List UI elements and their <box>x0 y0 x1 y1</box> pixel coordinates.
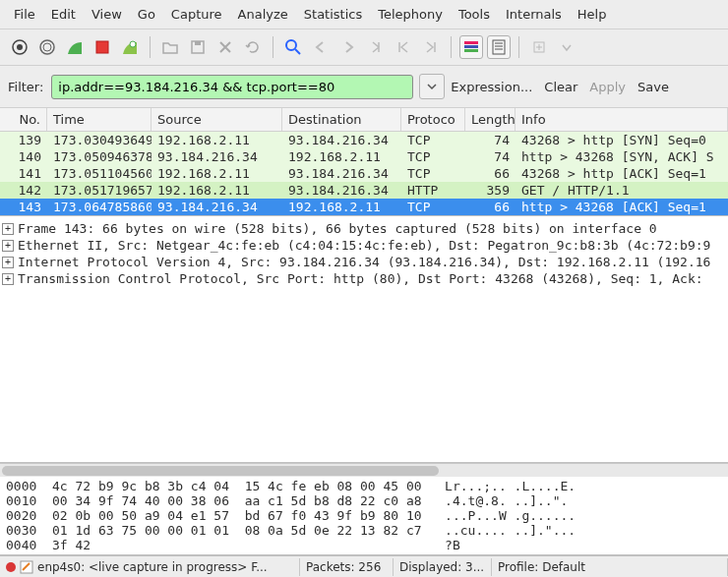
details-scrollbar[interactable] <box>0 463 728 477</box>
cell-proto: TCP <box>401 148 465 165</box>
cell-info: 43268 > http [ACK] Seq=1 <box>516 165 728 182</box>
tree-item[interactable]: +Internet Protocol Version 4, Src: 93.18… <box>2 254 726 270</box>
cell-no: 143 <box>0 199 47 215</box>
cell-no: 141 <box>0 165 47 182</box>
cell-proto: TCP <box>401 132 465 148</box>
save-icon[interactable] <box>186 35 210 59</box>
tree-item[interactable]: +Transmission Control Protocol, Src Port… <box>2 270 726 287</box>
col-header-destination[interactable]: Destination <box>282 108 401 131</box>
status-profile[interactable]: Profile: Default <box>492 558 728 576</box>
expand-icon[interactable]: + <box>2 257 14 268</box>
col-header-length[interactable]: Length <box>465 108 516 131</box>
col-header-no[interactable]: No. <box>0 108 47 131</box>
packet-row[interactable]: 143173.06478586093.184.216.34192.168.2.1… <box>0 199 728 215</box>
menu-telephony[interactable]: Telephony <box>370 3 451 26</box>
zoom-in-icon[interactable] <box>527 35 551 59</box>
restart-capture-icon[interactable] <box>118 35 142 59</box>
menu-help[interactable]: Help <box>570 3 615 26</box>
capture-indicator-icon <box>6 562 16 572</box>
go-first-icon[interactable] <box>392 35 415 59</box>
cell-proto: TCP <box>401 165 465 182</box>
status-interface: enp4s0: <live capture in progress> F... <box>0 558 300 576</box>
filter-input[interactable] <box>51 75 413 99</box>
svg-rect-10 <box>464 41 478 44</box>
cell-info: GET / HTTP/1.1 <box>516 182 728 199</box>
tree-item-text: Ethernet II, Src: Netgear_4c:fe:eb (c4:0… <box>18 238 710 253</box>
col-header-time[interactable]: Time <box>47 108 152 131</box>
filter-expression-link[interactable]: Expression... <box>451 80 532 94</box>
cell-src: 192.168.2.11 <box>152 182 282 199</box>
svg-point-8 <box>286 40 296 50</box>
reload-icon[interactable] <box>241 35 265 59</box>
close-icon[interactable] <box>213 35 237 59</box>
filter-bar: Filter: Expression... Clear Apply Save <box>0 66 728 108</box>
expand-icon[interactable]: + <box>2 273 14 285</box>
menu-tools[interactable]: Tools <box>451 3 498 26</box>
packet-list: No. Time Source Destination Protoco Leng… <box>0 108 728 216</box>
svg-line-9 <box>295 49 300 54</box>
statusbar: enp4s0: <live capture in progress> F... … <box>0 555 728 577</box>
cell-dst: 93.184.216.34 <box>282 132 401 148</box>
stop-capture-icon[interactable] <box>91 35 114 59</box>
tree-item[interactable]: +Frame 143: 66 bytes on wire (528 bits),… <box>2 220 726 237</box>
cell-src: 192.168.2.11 <box>152 132 282 148</box>
status-interface-text: enp4s0: <live capture in progress> F... <box>37 560 268 574</box>
packet-row[interactable]: 140173.05094637893.184.216.34192.168.2.1… <box>0 148 728 165</box>
packet-row[interactable]: 139173.030493649192.168.2.1193.184.216.3… <box>0 132 728 148</box>
cell-len: 66 <box>465 199 516 215</box>
menu-analyze[interactable]: Analyze <box>230 3 296 26</box>
menu-capture[interactable]: Capture <box>163 3 230 26</box>
col-header-protocol[interactable]: Protoco <box>401 108 465 131</box>
svg-rect-12 <box>464 49 478 52</box>
menu-file[interactable]: File <box>6 3 43 26</box>
menu-edit[interactable]: Edit <box>43 3 84 26</box>
cell-proto: TCP <box>401 199 465 215</box>
col-header-info[interactable]: Info <box>516 108 728 131</box>
cell-len: 74 <box>465 148 516 165</box>
find-icon[interactable] <box>281 35 305 59</box>
menu-internals[interactable]: Internals <box>498 3 570 26</box>
cell-len: 359 <box>465 182 516 199</box>
go-last-icon[interactable] <box>419 35 443 59</box>
menu-go[interactable]: Go <box>130 3 163 26</box>
cell-len: 74 <box>465 132 516 148</box>
auto-scroll-icon[interactable] <box>487 35 511 59</box>
tree-item[interactable]: +Ethernet II, Src: Netgear_4c:fe:eb (c4:… <box>2 237 726 254</box>
start-capture-icon[interactable] <box>63 35 87 59</box>
filter-clear-link[interactable]: Clear <box>544 80 577 94</box>
interfaces-icon[interactable] <box>8 35 31 59</box>
packet-row[interactable]: 141173.051104560192.168.2.1193.184.216.3… <box>0 165 728 182</box>
cell-time: 173.064785860 <box>47 199 152 215</box>
cell-no: 142 <box>0 182 47 199</box>
svg-rect-13 <box>493 40 505 54</box>
go-forward-icon[interactable] <box>336 35 360 59</box>
filter-dropdown[interactable] <box>419 74 445 99</box>
svg-rect-7 <box>195 41 201 45</box>
tree-item-text: Transmission Control Protocol, Src Port:… <box>18 271 703 286</box>
cell-no: 140 <box>0 148 47 165</box>
hex-pane[interactable]: 0000 4c 72 b9 9c b8 3b c4 04 15 4c fe eb… <box>0 477 728 555</box>
options-icon[interactable] <box>35 35 59 59</box>
filter-save-link[interactable]: Save <box>637 80 669 94</box>
tree-item-text: Frame 143: 66 bytes on wire (528 bits), … <box>18 221 657 236</box>
menu-view[interactable]: View <box>84 3 130 26</box>
expand-icon[interactable]: + <box>2 240 14 252</box>
go-back-icon[interactable] <box>309 35 333 59</box>
toolbar <box>0 29 728 66</box>
status-displayed: Displayed: 3... <box>394 558 492 576</box>
expand-icon[interactable]: + <box>2 223 14 235</box>
go-to-packet-icon[interactable] <box>364 35 388 59</box>
svg-point-5 <box>130 41 136 47</box>
menubar: File Edit View Go Capture Analyze Statis… <box>0 0 728 29</box>
open-icon[interactable] <box>158 35 182 59</box>
status-packets: Packets: 256 <box>300 558 394 576</box>
cell-src: 192.168.2.11 <box>152 165 282 182</box>
col-header-source[interactable]: Source <box>152 108 282 131</box>
packet-row[interactable]: 142173.051719657192.168.2.1193.184.216.3… <box>0 182 728 199</box>
zoom-dropdown-icon[interactable] <box>555 35 578 59</box>
menu-statistics[interactable]: Statistics <box>296 3 370 26</box>
cell-len: 66 <box>465 165 516 182</box>
cell-src: 93.184.216.34 <box>152 148 282 165</box>
colorize-icon[interactable] <box>459 35 483 59</box>
cell-time: 173.051104560 <box>47 165 152 182</box>
